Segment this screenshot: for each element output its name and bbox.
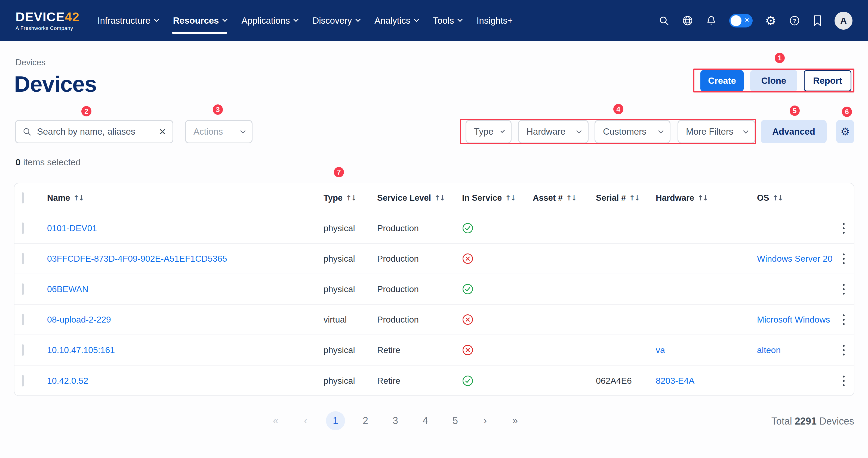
device-name-link[interactable]: 03FFCDFE-873D-4F09-902E-A51EF1CD5365: [47, 254, 227, 264]
pagination-page-2[interactable]: 2: [356, 411, 375, 430]
search-icon: [22, 127, 32, 136]
chevron-down-icon: [458, 17, 463, 22]
annotation-badge-2: 2: [81, 106, 91, 117]
row-menu-kebab-icon[interactable]: [843, 315, 846, 325]
os-link[interactable]: Microsoft Windows: [757, 315, 830, 324]
nav-item-infrastructure[interactable]: Infrastructure: [97, 0, 158, 41]
pagination-first[interactable]: «: [266, 411, 285, 430]
nav-item-applications[interactable]: Applications: [241, 0, 297, 41]
selection-count: 0: [16, 157, 21, 167]
actions-dropdown[interactable]: Actions: [185, 120, 252, 143]
table-settings-gear-button[interactable]: ⚙: [836, 120, 854, 143]
pagination-last[interactable]: »: [505, 411, 525, 430]
sort-icon[interactable]: ↑↓: [346, 194, 356, 202]
chevron-down-icon: [414, 17, 419, 22]
row-menu-kebab-icon[interactable]: [843, 345, 846, 356]
help-icon[interactable]: ?: [789, 15, 800, 26]
pagination-page-4[interactable]: 4: [416, 411, 435, 430]
clear-search-icon[interactable]: ×: [159, 126, 166, 138]
row-checkbox[interactable]: [22, 314, 24, 325]
chevron-down-icon: [576, 128, 582, 134]
nav-item-discovery[interactable]: Discovery: [312, 0, 359, 41]
row-checkbox[interactable]: [22, 344, 24, 356]
clone-button[interactable]: Clone: [750, 70, 797, 91]
report-button[interactable]: Report: [804, 70, 851, 91]
sort-icon[interactable]: ↑↓: [698, 194, 708, 202]
hardware-link[interactable]: 8203-E4A: [656, 376, 694, 386]
sort-icon[interactable]: ↑↓: [73, 194, 84, 202]
row-checkbox[interactable]: [22, 253, 24, 264]
notifications-bell-icon[interactable]: [706, 15, 717, 26]
chevron-down-icon: [240, 128, 246, 134]
bookmark-icon[interactable]: [813, 15, 822, 26]
device-name-link[interactable]: 06BEWAN: [47, 284, 88, 294]
chevron-down-icon: [223, 17, 227, 22]
search-box: ×: [15, 120, 173, 143]
row-menu-kebab-icon[interactable]: [843, 254, 846, 264]
device-name-link[interactable]: 08-upload-2-229: [47, 315, 111, 324]
in-service-status-icon: [462, 344, 533, 356]
row-menu-kebab-icon[interactable]: [843, 284, 846, 295]
row-checkbox[interactable]: [22, 284, 24, 295]
devices-table: Name↑↓ Type↑↓ Service Level↑↓ In Service…: [14, 183, 855, 396]
os-link[interactable]: alteon: [757, 345, 781, 355]
select-all-checkbox[interactable]: [22, 192, 24, 203]
annotation-badge-4: 4: [613, 104, 623, 114]
pagination: « ‹ 1 2 3 4 5 › »: [266, 411, 525, 430]
settings-gear-icon[interactable]: ⚙: [765, 14, 776, 27]
device-name-link[interactable]: 10.42.0.52: [47, 376, 88, 386]
filter-hardware-dropdown[interactable]: Hardware: [518, 120, 589, 143]
sort-icon[interactable]: ↑↓: [566, 194, 576, 202]
toggle-knob-icon: [731, 15, 742, 26]
selection-summary: 0items selected: [16, 157, 81, 167]
advanced-button[interactable]: Advanced: [761, 120, 827, 143]
in-service-status-icon: [462, 284, 533, 295]
row-menu-kebab-icon[interactable]: [843, 375, 846, 386]
device-name-link[interactable]: 10.10.47.105:161: [47, 345, 115, 355]
sort-icon[interactable]: ↑↓: [773, 194, 783, 202]
annotation-badge-5: 5: [789, 105, 800, 116]
pagination-prev[interactable]: ‹: [296, 411, 315, 430]
sun-icon: ☀: [744, 16, 750, 24]
create-button[interactable]: Create: [701, 70, 744, 91]
os-link[interactable]: Windows Server 20: [757, 254, 832, 264]
filter-type-dropdown[interactable]: Type: [466, 120, 512, 143]
main-menu: Infrastructure Resources Applications Di…: [97, 0, 513, 41]
brand-logo[interactable]: DEVICE42 A Freshworks Company: [16, 10, 80, 31]
table-row: 08-upload-2-229 virtual Production Micro…: [14, 305, 854, 335]
device-name-link[interactable]: 0101-DEV01: [47, 223, 97, 233]
breadcrumb[interactable]: Devices: [16, 58, 45, 67]
search-input[interactable]: [37, 127, 153, 137]
pagination-page-1[interactable]: 1: [326, 411, 345, 430]
nav-item-analytics[interactable]: Analytics: [374, 0, 418, 41]
sort-icon[interactable]: ↑↓: [629, 194, 640, 202]
nav-item-resources[interactable]: Resources: [173, 0, 226, 41]
table-row: 10.10.47.105:161 physical Retire va alte…: [14, 335, 854, 365]
total-devices-count: Total 2291 Devices: [771, 416, 854, 427]
globe-icon[interactable]: [682, 15, 693, 26]
table-row: 10.42.0.52 physical Retire 062A4E6 8203-…: [14, 365, 854, 396]
filter-customers-dropdown[interactable]: Customers: [594, 120, 671, 143]
chevron-down-icon: [154, 17, 159, 22]
pagination-page-3[interactable]: 3: [386, 411, 405, 430]
search-icon[interactable]: [658, 15, 670, 26]
filter-more-filters-dropdown[interactable]: More Filters: [678, 120, 755, 143]
sort-icon[interactable]: ↑↓: [434, 194, 444, 202]
pagination-page-5[interactable]: 5: [446, 411, 465, 430]
user-avatar[interactable]: A: [835, 12, 852, 30]
theme-toggle[interactable]: ☀: [729, 14, 753, 28]
nav-icon-group: ☀ ⚙ ? A: [658, 12, 852, 30]
nav-item-tools[interactable]: Tools: [433, 0, 461, 41]
annotation-badge-1: 1: [775, 53, 785, 63]
nav-item-insights[interactable]: Insights+: [476, 0, 513, 41]
table-row: 03FFCDFE-873D-4F09-902E-A51EF1CD5365 phy…: [14, 244, 854, 274]
chevron-down-icon: [293, 17, 299, 22]
page-title: Devices: [14, 71, 97, 97]
row-menu-kebab-icon[interactable]: [843, 223, 846, 234]
svg-text:?: ?: [793, 18, 796, 24]
pagination-next[interactable]: ›: [476, 411, 495, 430]
sort-icon[interactable]: ↑↓: [505, 194, 515, 202]
row-checkbox[interactable]: [22, 223, 24, 234]
hardware-link[interactable]: va: [656, 345, 665, 355]
row-checkbox[interactable]: [22, 375, 24, 387]
